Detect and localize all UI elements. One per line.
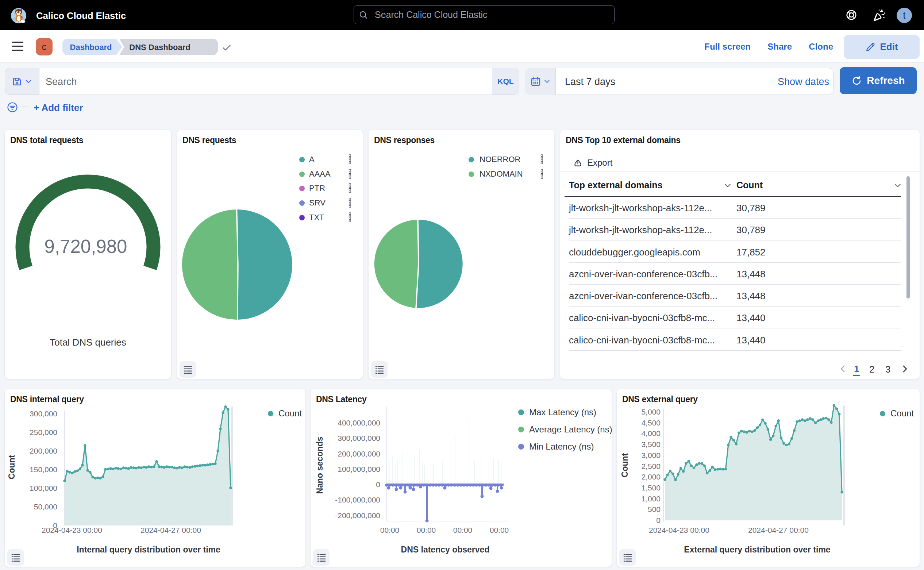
svg-text:Nano seconds: Nano seconds	[315, 437, 325, 494]
svg-text:Dashboard: Dashboard	[70, 43, 112, 52]
svg-text:DNS Dashboard: DNS Dashboard	[129, 43, 190, 52]
